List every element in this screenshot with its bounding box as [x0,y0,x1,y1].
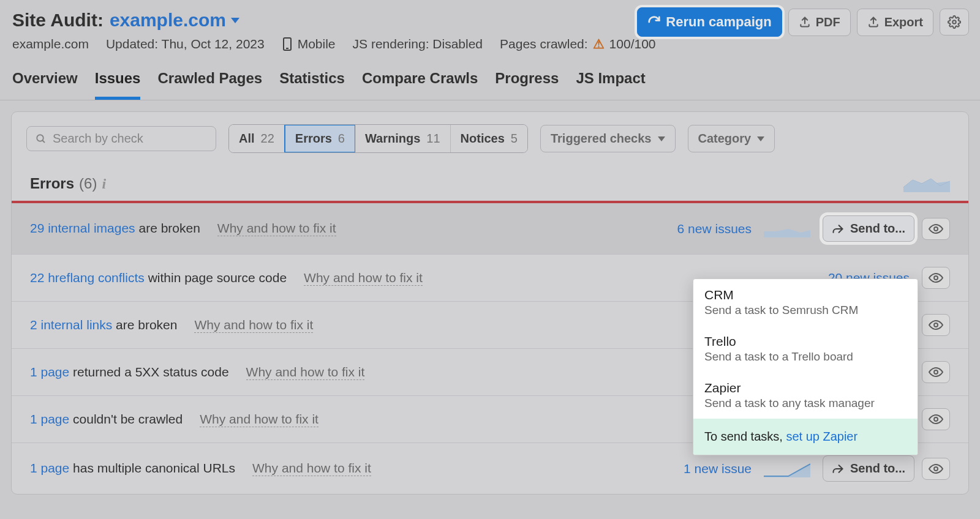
pdf-label: PDF [816,15,840,29]
tab-overview[interactable]: Overview [12,66,78,100]
svg-point-10 [934,467,938,471]
hide-button[interactable] [922,314,950,336]
issue-link[interactable]: 1 page [30,412,69,426]
search-input[interactable] [53,132,207,146]
send-to-button[interactable]: Send to... [823,215,914,242]
eye-icon [929,223,943,234]
issue-link[interactable]: 1 page [30,461,69,475]
issue-link[interactable]: 29 internal images [30,221,135,235]
rerun-campaign-button[interactable]: Rerun campaign [637,7,782,37]
dropdown-item-zapier[interactable]: Zapier Send a task to any task manager [693,372,918,419]
row-sparkline [764,220,810,237]
svg-point-5 [934,227,938,231]
tab-crawled-pages[interactable]: Crawled Pages [157,66,262,100]
issue-rest: are broken [116,318,177,332]
issue-rest: returned a 5XX status code [73,365,229,379]
seg-all[interactable]: All22 [229,125,285,152]
hide-button[interactable] [922,361,950,383]
chevron-down-icon [231,18,239,23]
svg-point-0 [952,20,956,24]
share-arrow-icon [832,223,844,235]
meta-crawled: Pages crawled: ⚠ 100/100 [500,37,656,51]
search-check-box[interactable] [26,126,216,151]
issue-row: 29 internal images are broken Why and ho… [12,203,968,255]
issue-link[interactable]: 1 page [30,365,69,379]
tab-compare-crawls[interactable]: Compare Crawls [362,66,478,100]
issue-rest: within page source code [148,271,287,285]
eye-icon [929,367,943,378]
meta-js-render: JS rendering: Disabled [353,37,483,51]
issue-type-segments: All22 Errors6 Warnings11 Notices5 [228,124,528,153]
tab-statistics[interactable]: Statistics [279,66,345,100]
tab-progress[interactable]: Progress [495,66,559,100]
seg-notices-count: 5 [511,132,518,146]
export-label: Export [884,15,923,29]
dd-sub: Send a task to Semrush CRM [704,304,907,317]
category-dropdown[interactable]: Category [688,125,775,152]
hide-button[interactable] [922,267,950,289]
dropdown-item-trello[interactable]: Trello Send a task to a Trello board [693,326,918,372]
dd-title: Trello [704,334,907,349]
new-issues-link[interactable]: 6 new issues [654,222,752,236]
setup-zapier-link[interactable]: set up Zapier [786,430,858,443]
triggered-checks-dropdown[interactable]: Triggered checks [540,125,676,152]
upload-icon [867,16,880,28]
settings-button[interactable] [940,9,969,35]
send-to-label: Send to... [850,222,905,236]
seg-errors-count: 6 [338,132,345,146]
svg-point-6 [934,276,938,280]
seg-notices[interactable]: Notices5 [451,125,527,152]
seg-warnings-label: Warnings [365,132,420,146]
seg-all-count: 22 [261,132,274,146]
tab-js-impact[interactable]: JS Impact [576,66,645,100]
export-button[interactable]: Export [857,9,933,36]
chevron-down-icon [757,136,764,141]
send-to-dropdown: CRM Send a task to Semrush CRM Trello Se… [693,278,918,455]
info-icon[interactable]: i [102,176,106,192]
svg-line-4 [42,140,45,143]
dropdown-item-crm[interactable]: CRM Send a task to Semrush CRM [693,279,918,326]
eye-icon [929,463,943,474]
hide-button[interactable] [922,458,950,480]
share-arrow-icon [832,463,844,475]
seg-warnings[interactable]: Warnings11 [355,125,451,152]
hide-button[interactable] [922,408,950,430]
svg-point-7 [934,323,938,327]
eye-icon [929,272,943,283]
issue-rest: couldn't be crawled [73,412,183,426]
why-fix-link[interactable]: Why and how to fix it [246,365,365,380]
dropdown-footer: To send tasks, set up Zapier [693,419,918,455]
crawled-label: Pages crawled: [500,37,588,51]
section-sparkline [903,175,950,192]
new-issues-link[interactable]: 1 new issue [654,461,752,476]
seg-warnings-count: 11 [426,132,440,146]
triggered-label: Triggered checks [551,132,652,146]
pdf-button[interactable]: PDF [788,9,851,36]
why-fix-link[interactable]: Why and how to fix it [217,221,336,236]
section-title: Errors [30,175,74,192]
dd-sub: Send a task to a Trello board [704,350,907,364]
why-fix-link[interactable]: Why and how to fix it [252,461,371,476]
seg-errors[interactable]: Errors6 [284,124,356,153]
issue-link[interactable]: 2 internal links [30,318,112,332]
dd-title: CRM [704,288,907,302]
eye-icon [929,414,943,425]
nav-tabs: Overview Issues Crawled Pages Statistics… [0,66,980,100]
issue-rest: are broken [138,221,200,235]
refresh-icon [647,15,661,29]
dd-footer-text: To send tasks, [704,430,783,443]
seg-errors-label: Errors [295,132,332,146]
project-domain-selector[interactable]: example.com [110,10,239,31]
hide-button[interactable] [922,218,950,240]
seg-notices-label: Notices [461,132,505,146]
why-fix-link[interactable]: Why and how to fix it [200,412,318,427]
svg-point-3 [37,135,43,141]
why-fix-link[interactable]: Why and how to fix it [304,271,423,286]
why-fix-link[interactable]: Why and how to fix it [194,318,313,333]
chevron-down-icon [658,136,665,141]
send-to-button[interactable]: Send to... [823,455,914,482]
upload-icon [799,16,811,28]
tab-issues[interactable]: Issues [95,66,141,100]
issue-link[interactable]: 22 hreflang conflicts [30,271,145,285]
project-domain-label: example.com [110,10,226,31]
